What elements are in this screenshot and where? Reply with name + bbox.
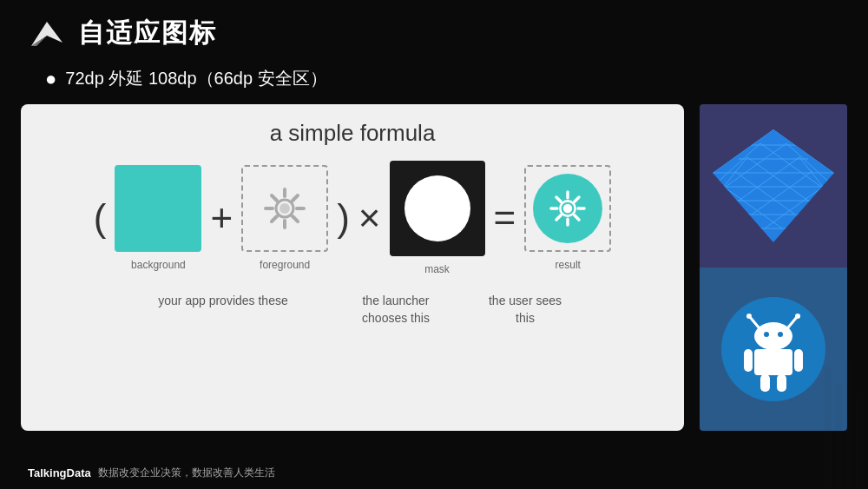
svg-rect-59 bbox=[835, 385, 842, 489]
header: 自适应图标 bbox=[0, 0, 868, 60]
svg-line-18 bbox=[575, 215, 579, 220]
svg-line-19 bbox=[575, 197, 579, 202]
desc-launcher-chooses: the launcher chooses this bbox=[348, 293, 444, 327]
multiply-symbol: × bbox=[358, 199, 381, 237]
bullet-text: 72dp 外延 108dp（66dp 安全区） bbox=[65, 67, 326, 90]
svg-rect-61 bbox=[856, 393, 863, 489]
mask-circle bbox=[404, 175, 470, 241]
background-label: background bbox=[131, 259, 186, 271]
svg-marker-23 bbox=[713, 129, 834, 242]
footer-brand: TalkingData bbox=[28, 466, 91, 479]
open-paren: ( bbox=[94, 199, 107, 237]
formula-row: ( background + bbox=[94, 161, 611, 275]
svg-line-17 bbox=[556, 197, 561, 202]
svg-line-20 bbox=[556, 215, 561, 220]
svg-rect-60 bbox=[845, 359, 852, 489]
mask-box-container: mask bbox=[390, 161, 485, 275]
footer: TalkingData 数据改变企业决策，数据改善人类生活 bbox=[28, 466, 275, 480]
result-dashed-box bbox=[524, 165, 611, 252]
svg-marker-0 bbox=[31, 22, 62, 46]
bg-decoration bbox=[694, 315, 868, 489]
logo-icon bbox=[28, 18, 66, 50]
background-square bbox=[115, 165, 201, 252]
equals-symbol: = bbox=[494, 199, 516, 237]
svg-point-21 bbox=[563, 204, 572, 213]
formula-card: a simple formula ( background + bbox=[21, 104, 684, 431]
result-box-container: result bbox=[524, 165, 611, 271]
formula-title: a simple formula bbox=[270, 120, 436, 147]
svg-point-11 bbox=[279, 203, 290, 214]
svg-line-10 bbox=[272, 216, 277, 221]
formula-desc-row: your app provides these the launcher cho… bbox=[42, 293, 663, 327]
foreground-box: foreground bbox=[241, 165, 328, 271]
mask-box bbox=[390, 161, 485, 256]
desc-app-provides: your app provides these bbox=[136, 293, 310, 310]
bullet-item: ● 72dp 外延 108dp（66dp 安全区） bbox=[45, 67, 840, 90]
blueprint-grid-icon bbox=[708, 121, 838, 251]
page-title: 自适应图标 bbox=[78, 16, 217, 51]
close-paren: ) bbox=[337, 199, 350, 237]
mask-label: mask bbox=[424, 263, 450, 275]
right-top-panel bbox=[700, 104, 847, 268]
bullet-section: ● 72dp 外延 108dp（66dp 安全区） bbox=[0, 60, 868, 101]
gear-icon bbox=[259, 182, 311, 235]
svg-line-9 bbox=[293, 195, 298, 201]
footer-slogan: 数据改变企业决策，数据改善人类生活 bbox=[98, 466, 275, 480]
svg-line-7 bbox=[272, 195, 277, 201]
background-box: background bbox=[115, 165, 201, 271]
bullet-dot: ● bbox=[45, 69, 56, 89]
foreground-dashed-box bbox=[241, 165, 328, 252]
foreground-label: foreground bbox=[260, 259, 310, 271]
plus-symbol: + bbox=[210, 199, 233, 237]
result-gear-icon bbox=[545, 186, 590, 231]
desc-user-sees: the user sees this bbox=[482, 293, 569, 327]
svg-rect-58 bbox=[825, 367, 832, 489]
result-label: result bbox=[556, 259, 581, 271]
svg-line-8 bbox=[293, 216, 298, 221]
result-icon bbox=[533, 174, 602, 243]
